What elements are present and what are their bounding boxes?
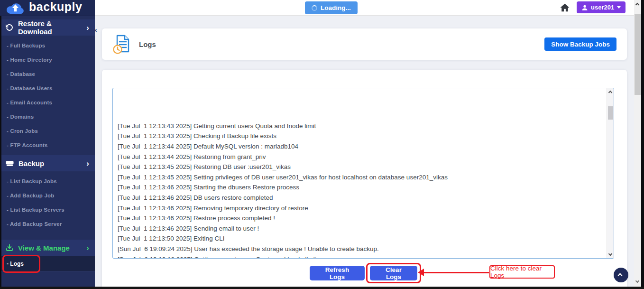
sidebar-item[interactable]: - Email Accounts bbox=[0, 95, 95, 110]
log-line: [Tue Jul 1 12:13:46 2025] DB users resto… bbox=[118, 193, 606, 203]
log-line: [Tue Jul 1 12:13:43 2025] Getting curren… bbox=[118, 121, 606, 131]
scrollbar-thumb[interactable] bbox=[608, 106, 613, 120]
log-line: [Tue Jul 1 12:13:44 2025] Default MySQL … bbox=[118, 141, 606, 152]
logs-card: [Tue Jul 1 12:13:43 2025] Getting curren… bbox=[102, 70, 627, 289]
chevron-up-icon bbox=[618, 273, 623, 278]
log-lines: [Tue Jul 1 12:13:43 2025] Getting curren… bbox=[113, 88, 606, 258]
sidebar-item-label: - Logs bbox=[7, 261, 24, 267]
cloud-upload-icon bbox=[5, 1, 26, 15]
user-menu-button[interactable]: user201 bbox=[577, 1, 626, 13]
page-header-card: Logs Show Backup Jobs bbox=[102, 28, 627, 60]
scroll-up-arrow-icon[interactable] bbox=[635, 3, 639, 7]
section-label: Backup bbox=[18, 159, 82, 168]
chevron-right-icon: › bbox=[86, 159, 89, 168]
sidebar-item[interactable]: - Full Backups bbox=[0, 38, 95, 53]
show-backup-jobs-button[interactable]: Show Backup Jobs bbox=[544, 37, 616, 51]
caret-down-icon bbox=[617, 6, 621, 9]
page-title: Logs bbox=[139, 40, 156, 48]
scroll-down-arrow-icon[interactable] bbox=[635, 279, 639, 283]
chevron-right-icon: › bbox=[86, 244, 89, 252]
sidebar-item[interactable]: - Cron Jobs bbox=[0, 124, 95, 138]
rotate-ccw-icon bbox=[6, 24, 13, 31]
log-line: [Tue Jul 1 12:13:43 2025] Checking if Ba… bbox=[118, 131, 606, 141]
sidebar-item[interactable]: - Database Users bbox=[0, 81, 95, 95]
sidebar-collapse-arrow[interactable]: ‹ bbox=[95, 26, 97, 34]
backup-submenu: - List Backup Jobs- Add Backup Job- List… bbox=[0, 171, 95, 234]
loading-indicator: Loading... bbox=[305, 1, 358, 14]
sidebar-item[interactable]: - Home Directory bbox=[0, 53, 95, 67]
page-scrollbar[interactable] bbox=[634, 0, 641, 287]
scrollbar-thumb[interactable] bbox=[635, 14, 641, 95]
window-left-edge bbox=[0, 16, 1, 289]
log-line: [Tue Jul 1 12:13:46 2025] Sending email … bbox=[118, 224, 606, 234]
sidebar-section-view-manage[interactable]: View & Manage › bbox=[0, 240, 95, 256]
section-label: Restore & Download bbox=[18, 19, 82, 36]
sidebar-item[interactable]: - Database bbox=[0, 67, 95, 81]
log-scrollbar[interactable] bbox=[607, 88, 614, 258]
log-line: [Tue Jul 1 12:13:46 2025] Starting the d… bbox=[118, 182, 606, 193]
spinner-icon bbox=[312, 5, 317, 11]
log-line: [Tue Jul 1 12:13:45 2025] Setting privil… bbox=[118, 172, 606, 183]
log-line: [Sun Jul 6 19:10:18 2025] Getting curren… bbox=[118, 254, 606, 259]
home-button[interactable] bbox=[560, 2, 570, 13]
refresh-logs-button[interactable]: Refresh Logs bbox=[310, 266, 365, 280]
sidebar-section-restore-download[interactable]: Restore & Download › bbox=[0, 19, 95, 36]
sidebar: backuply Restore & Download › - Full Bac… bbox=[0, 0, 95, 287]
clear-logs-button[interactable]: Clear Logs bbox=[370, 266, 417, 280]
brand-name: backuply bbox=[29, 1, 82, 15]
restore-submenu: - Full Backups- Home Directory- Database… bbox=[0, 36, 95, 155]
log-line: [Tue Jul 1 12:13:46 2025] Restore proces… bbox=[118, 213, 606, 224]
window-right-edge bbox=[641, 0, 644, 289]
document-clock-icon bbox=[112, 34, 132, 55]
drive-icon bbox=[6, 160, 14, 167]
window-bottom-edge bbox=[0, 287, 644, 289]
scroll-to-top-button[interactable] bbox=[614, 268, 628, 282]
sidebar-item[interactable]: - Add Backup Server bbox=[0, 217, 95, 231]
logo[interactable]: backuply bbox=[0, 0, 95, 16]
log-line: [Tue Jul 1 12:13:45 2025] Restoring DB u… bbox=[118, 162, 606, 172]
topbar: Loading... user201 bbox=[95, 0, 634, 16]
sidebar-item[interactable]: - List Backup Jobs bbox=[0, 174, 95, 188]
sidebar-item[interactable]: - List Backup Servers bbox=[0, 203, 95, 217]
main-content: ‹ Logs Show Backup Jobs [Tu bbox=[95, 16, 634, 287]
section-label: View & Manage bbox=[18, 244, 82, 252]
sidebar-section-backup[interactable]: Backup › bbox=[0, 155, 95, 171]
sidebar-item-logs[interactable]: - Logs bbox=[0, 256, 95, 272]
scroll-up-arrow-icon[interactable] bbox=[608, 91, 612, 94]
scroll-down-arrow-icon[interactable] bbox=[608, 252, 612, 256]
sidebar-item[interactable]: - Domains bbox=[0, 110, 95, 124]
log-line: [Tue Jul 1 12:13:46 2025] Removing tempo… bbox=[118, 203, 606, 214]
sidebar-item[interactable]: - Add Backup Job bbox=[0, 188, 95, 203]
log-line: [Tue Jul 1 12:13:44 2025] Restoring from… bbox=[118, 152, 606, 162]
home-icon bbox=[560, 3, 570, 12]
backuply-app: backuply Restore & Download › - Full Bac… bbox=[0, 0, 644, 289]
user-label: user201 bbox=[591, 4, 614, 11]
log-line: [Sun Jul 6 19:09:24 2025] User has excee… bbox=[118, 244, 606, 254]
annotation-callout: Click here to clear Logs bbox=[489, 265, 555, 279]
user-icon bbox=[581, 4, 588, 11]
sidebar-item[interactable]: - FTP Accounts bbox=[0, 138, 95, 152]
log-textarea[interactable]: [Tue Jul 1 12:13:43 2025] Getting curren… bbox=[112, 88, 614, 259]
loading-label: Loading... bbox=[321, 4, 351, 11]
chevron-right-icon: › bbox=[86, 24, 89, 32]
download-tray-icon bbox=[6, 244, 13, 252]
log-line: [Tue Jul 1 12:13:50 2025] Exiting CLI bbox=[118, 233, 606, 244]
annotation-arrow-line bbox=[423, 272, 489, 273]
